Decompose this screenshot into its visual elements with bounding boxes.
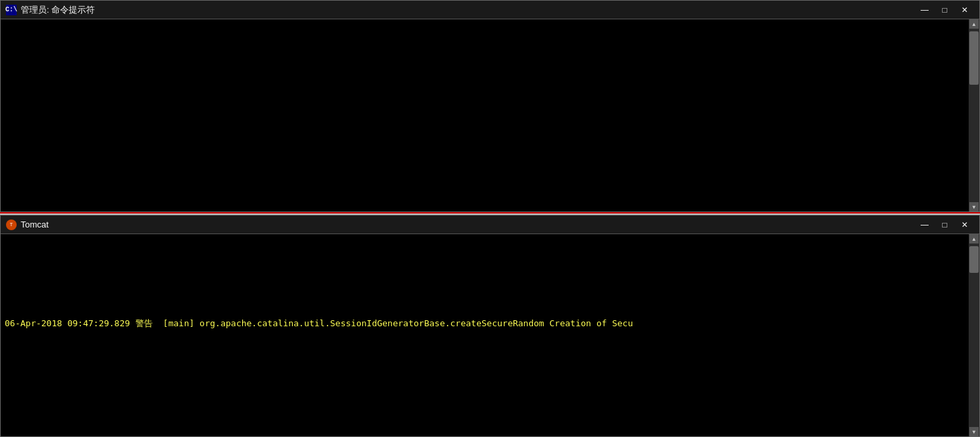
cmd-icon: C:\: [6, 5, 17, 15]
tomcat-window: T Tomcat — □ ✕ r for servlet write/read …: [0, 215, 980, 437]
cmd-window: C:\ 管理员: 命令提示符 — □ ✕ Microsoft Windows […: [0, 0, 980, 212]
tomcat-minimize-button[interactable]: —: [915, 218, 934, 232]
cmd-scroll-thumb[interactable]: [969, 31, 979, 85]
tomcat-scroll-thumb[interactable]: [969, 246, 979, 273]
tomcat-output: r for servlet write/read 06-Apr-2018 09:…: [5, 236, 975, 330]
cmd-content-area: Microsoft Windows [版本 10.0.16299.309] (c…: [1, 19, 979, 211]
cmd-titlebar: C:\ 管理员: 命令提示符 — □ ✕: [1, 1, 979, 19]
window-separator: [0, 212, 980, 213]
tomcat-icon: T: [6, 220, 17, 230]
cmd-minimize-button[interactable]: —: [915, 3, 934, 17]
tomcat-content-area: r for servlet write/read 06-Apr-2018 09:…: [1, 234, 979, 436]
cmd-scroll-up[interactable]: ▲: [969, 19, 979, 29]
tomcat-titlebar: T Tomcat — □ ✕: [1, 215, 979, 234]
cmd-close-button[interactable]: ✕: [955, 3, 974, 17]
cmd-output: Microsoft Windows [版本 10.0.16299.309] (c…: [5, 21, 975, 125]
cmd-window-controls: — □ ✕: [915, 3, 974, 17]
cmd-scroll-down[interactable]: ▼: [969, 202, 979, 211]
cmd-text-area: Microsoft Windows [版本 10.0.16299.309] (c…: [1, 19, 979, 211]
cmd-scrollbar[interactable]: ▲ ▼: [969, 19, 979, 211]
tomcat-close-button[interactable]: ✕: [955, 218, 974, 232]
cmd-title: 管理员: 命令提示符: [21, 4, 915, 16]
tomcat-text-area: r for servlet write/read 06-Apr-2018 09:…: [1, 234, 979, 436]
tomcat-window-controls: — □ ✕: [915, 218, 974, 232]
tomcat-title: Tomcat: [21, 220, 915, 230]
tomcat-scrollbar[interactable]: ▲ ▼: [969, 234, 979, 436]
cmd-maximize-button[interactable]: □: [935, 3, 954, 17]
tomcat-maximize-button[interactable]: □: [935, 218, 954, 232]
tomcat-scroll-up[interactable]: ▲: [969, 234, 979, 244]
tomcat-scroll-down[interactable]: ▼: [969, 427, 979, 436]
